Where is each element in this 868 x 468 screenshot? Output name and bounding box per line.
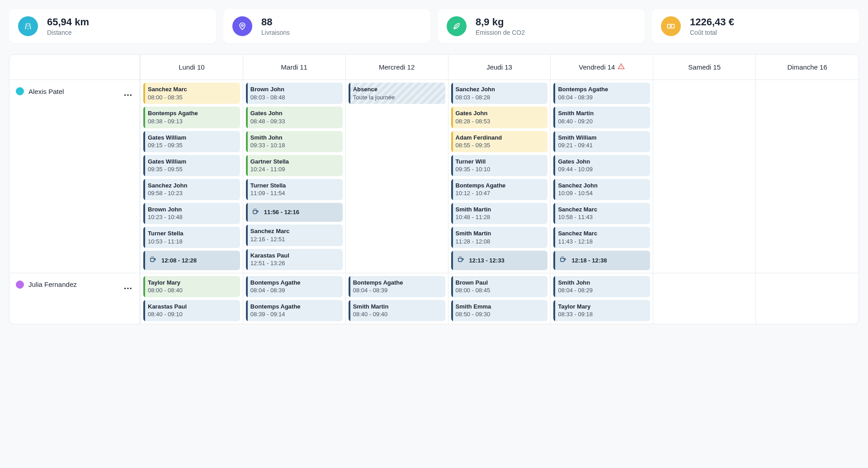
- schedule-event[interactable]: Brown John10:23 - 10:48: [143, 203, 240, 224]
- day-cell: Sanchez John08:03 - 08:28Gates John08:28…: [448, 80, 551, 272]
- stat-card: 8,9 kg Emission de CO2: [438, 9, 645, 43]
- stat-value: 88: [261, 16, 290, 28]
- schedule-event[interactable]: Bontemps Agathe08:04 - 08:39: [553, 83, 650, 104]
- event-time: 08:55 - 09:35: [456, 141, 544, 150]
- schedule-event[interactable]: Gates William09:15 - 09:35: [143, 131, 240, 152]
- event-name: Smith William: [558, 134, 646, 142]
- event-time: 08:39 - 09:14: [250, 310, 339, 318]
- schedule-event[interactable]: Gates John08:48 - 09:33: [246, 107, 343, 128]
- day-cell: Sanchez Marc08:00 - 08:35Bontemps Agathe…: [141, 80, 243, 272]
- more-button[interactable]: …: [123, 281, 133, 290]
- event-time: Toute la journée: [353, 94, 442, 102]
- day-header: Mercredi 12: [346, 55, 448, 80]
- cup-icon: [149, 255, 157, 266]
- schedule-event[interactable]: Bontemps Agathe08:04 - 08:39: [246, 276, 343, 297]
- event-time: 08:03 - 08:28: [456, 94, 544, 102]
- warning-icon: [618, 63, 625, 71]
- event-time: 08:40 - 09:40: [353, 310, 442, 318]
- schedule-event[interactable]: Smith William09:21 - 09:41: [553, 131, 650, 152]
- day-header: Dimanche 16: [756, 55, 859, 80]
- svg-rect-1: [668, 24, 675, 28]
- break-event[interactable]: 12:18 - 12:38: [553, 251, 650, 270]
- day-header: Mardi 11: [243, 55, 346, 80]
- schedule-event[interactable]: Karastas Paul12:51 - 13:26: [246, 249, 343, 270]
- stat-label: Livraisons: [261, 29, 290, 36]
- schedule-event[interactable]: Bontemps Agathe08:38 - 09:13: [143, 107, 240, 128]
- schedule-event[interactable]: Adam Ferdinand08:55 - 09:35: [451, 131, 548, 152]
- schedule-event[interactable]: Bontemps Agathe08:04 - 08:39: [349, 276, 445, 297]
- stat-text: 1226,43 € Coût total: [690, 16, 734, 36]
- schedule-event[interactable]: Sanchez John10:09 - 10:54: [553, 179, 650, 200]
- schedule-event[interactable]: Sanchez Marc11:43 - 12:18: [553, 227, 650, 248]
- schedule-event[interactable]: Turner Stella10:53 - 11:18: [143, 227, 240, 248]
- absence-event[interactable]: AbsenceToute la journée: [349, 83, 445, 104]
- event-name: Smith John: [250, 134, 339, 142]
- schedule-event[interactable]: Smith John09:33 - 10:18: [246, 131, 343, 152]
- event-time: 12:18 - 12:38: [571, 257, 607, 265]
- break-event[interactable]: 12:08 - 12:28: [143, 251, 240, 270]
- schedule-event[interactable]: Sanchez John09:58 - 10:23: [143, 179, 240, 200]
- event-time: 08:40 - 09:10: [148, 310, 236, 318]
- event-time: 12:08 - 12:28: [161, 257, 197, 265]
- cup-icon: [251, 207, 259, 218]
- event-name: Smith John: [558, 279, 646, 287]
- person-left: Julia Fernandez: [16, 281, 77, 289]
- header-corner: [9, 55, 141, 80]
- event-name: Sanchez Marc: [250, 227, 339, 235]
- event-time: 08:04 - 08:39: [250, 286, 339, 295]
- day-cell: [756, 80, 859, 272]
- day-cell: Smith John08:04 - 08:29Taylor Mary08:33 …: [551, 273, 653, 324]
- event-time: 10:58 - 11:43: [558, 213, 646, 221]
- event-name: Smith Martin: [456, 229, 544, 238]
- schedule-event[interactable]: Smith Emma08:50 - 09:30: [451, 300, 548, 321]
- schedule-event[interactable]: Bontemps Agathe10:12 - 10:47: [451, 179, 548, 200]
- event-time: 08:40 - 09:20: [558, 117, 646, 126]
- event-name: Sanchez John: [148, 182, 236, 190]
- schedule-event[interactable]: Gates John09:44 - 10:09: [553, 155, 650, 176]
- event-time: 10:09 - 10:54: [558, 189, 646, 197]
- schedule-event[interactable]: Sanchez Marc10:58 - 11:43: [553, 203, 650, 224]
- event-name: Turner Will: [456, 158, 544, 166]
- money-icon: [661, 16, 681, 36]
- schedule-event[interactable]: Sanchez Marc08:00 - 08:35: [143, 83, 240, 104]
- event-time: 08:04 - 08:39: [558, 94, 646, 102]
- schedule-event[interactable]: Turner Will09:35 - 10:10: [451, 155, 548, 176]
- schedule-event[interactable]: Brown John08:03 - 08:48: [246, 83, 343, 104]
- schedule-event[interactable]: Sanchez Marc12:16 - 12:51: [246, 225, 343, 246]
- more-button[interactable]: …: [123, 87, 133, 97]
- stat-value: 65,94 km: [47, 16, 89, 28]
- schedule-event[interactable]: Smith Martin10:48 - 11:28: [451, 203, 548, 224]
- schedule-event[interactable]: Turner Stella11:09 - 11:54: [246, 179, 343, 200]
- schedule-event[interactable]: Taylor Mary08:00 - 08:40: [143, 276, 240, 297]
- stat-card: 65,94 km Distance: [9, 9, 216, 43]
- schedule-event[interactable]: Smith Martin08:40 - 09:40: [349, 300, 445, 321]
- schedule-event[interactable]: Karastas Paul08:40 - 09:10: [143, 300, 240, 321]
- event-time: 08:00 - 08:35: [148, 94, 236, 102]
- schedule-event[interactable]: Bontemps Agathe08:39 - 09:14: [246, 300, 343, 321]
- event-time: 11:09 - 11:54: [250, 189, 339, 197]
- schedule-event[interactable]: Smith John08:04 - 08:29: [553, 276, 650, 297]
- event-time: 11:43 - 12:18: [558, 238, 646, 246]
- road-icon: [18, 16, 38, 36]
- event-time: 08:33 - 09:18: [558, 310, 646, 318]
- event-time: 09:44 - 10:09: [558, 165, 646, 173]
- schedule-event[interactable]: Smith Martin11:28 - 12:08: [451, 227, 548, 248]
- break-event[interactable]: 12:13 - 12:33: [451, 251, 548, 270]
- event-time: 12:16 - 12:51: [250, 235, 339, 243]
- schedule-event[interactable]: Gates William09:35 - 09:55: [143, 155, 240, 176]
- event-time: 10:12 - 10:47: [456, 189, 544, 197]
- day-header: Vendredi 14: [551, 55, 653, 80]
- schedule-event[interactable]: Taylor Mary08:33 - 09:18: [553, 300, 650, 321]
- schedule-event[interactable]: Brown Paul08:00 - 08:45: [451, 276, 548, 297]
- event-time: 09:21 - 09:41: [558, 141, 646, 150]
- event-time: 08:48 - 09:33: [250, 117, 339, 126]
- schedule-event[interactable]: Sanchez John08:03 - 08:28: [451, 83, 548, 104]
- stat-label: Coût total: [690, 29, 734, 36]
- event-name: Bontemps Agathe: [148, 109, 236, 117]
- break-event[interactable]: 11:56 - 12:16: [246, 203, 343, 222]
- schedule-event[interactable]: Smith Martin08:40 - 09:20: [553, 107, 650, 128]
- schedule-event[interactable]: Gates John08:28 - 08:53: [451, 107, 548, 128]
- pin-icon: [232, 16, 252, 36]
- stats-row: 65,94 km Distance 88 Livraisons 8,9 kg E…: [9, 9, 859, 43]
- schedule-event[interactable]: Gartner Stella10:24 - 11:09: [246, 155, 343, 176]
